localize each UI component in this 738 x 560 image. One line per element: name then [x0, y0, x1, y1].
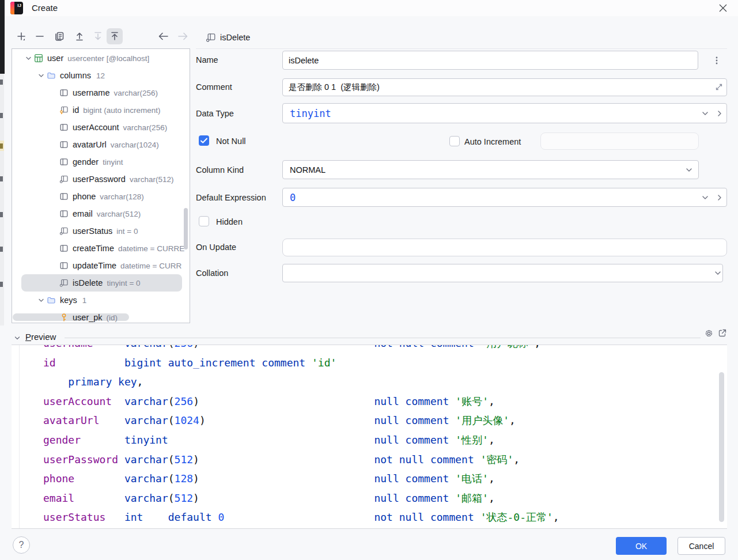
- close-icon[interactable]: [716, 2, 730, 14]
- help-button[interactable]: ?: [13, 536, 30, 554]
- tree-item-keys[interactable]: keys1: [21, 292, 182, 309]
- auto-increment-input[interactable]: [540, 133, 699, 150]
- tree-indent: [48, 175, 59, 184]
- tree-item-label: id: [73, 105, 79, 115]
- preview-code: username varchar(256) not null comment '…: [43, 345, 559, 527]
- chevron-down-icon[interactable]: [14, 334, 21, 344]
- default-expression-label: Default Expression: [196, 193, 266, 202]
- code-line: gender tinyint null comment '性别',: [43, 430, 559, 450]
- tree-item-createTime[interactable]: createTimedatetime = CURRE: [21, 240, 182, 257]
- chevron-right-icon[interactable]: [715, 193, 724, 202]
- tree-item-userStatus[interactable]: userStatusint = 0: [21, 222, 182, 240]
- preview-section-toggle[interactable]: Preview: [25, 332, 56, 342]
- tree-item-user_pk[interactable]: user_pk(id): [21, 309, 182, 323]
- tree-indent: [48, 192, 59, 201]
- key-icon: [59, 313, 69, 322]
- column-key-icon: [59, 105, 69, 115]
- tree-item-username[interactable]: usernamevarchar(256): [21, 84, 182, 101]
- auto-increment-checkbox[interactable]: [449, 136, 460, 146]
- cancel-button[interactable]: Cancel: [678, 537, 725, 555]
- tree-item-label: createTime: [73, 244, 114, 253]
- duplicate-button[interactable]: [51, 28, 67, 44]
- kebab-menu-icon[interactable]: [712, 56, 721, 65]
- column-kind-combo[interactable]: NORMAL: [282, 160, 699, 179]
- code-line: primary key,: [43, 372, 559, 392]
- name-input[interactable]: [282, 51, 698, 70]
- tree-item-id[interactable]: idbigint (auto increment): [21, 101, 182, 119]
- column-icon: [59, 88, 69, 97]
- tree-item-email[interactable]: emailvarchar(512): [21, 205, 182, 222]
- gutter-divider: [19, 345, 20, 528]
- tree-item-detail: varchar(1024): [111, 141, 159, 149]
- tree-vertical-scrollbar[interactable]: [184, 208, 188, 249]
- table-icon: [34, 54, 43, 63]
- tree-indent: [48, 209, 59, 218]
- default-expression-combo[interactable]: 0: [282, 188, 727, 207]
- data-type-combo[interactable]: tinyint: [282, 103, 727, 123]
- tree-item-count: 1: [82, 296, 87, 305]
- ok-button[interactable]: OK: [616, 537, 667, 555]
- move-up-button[interactable]: [71, 28, 88, 44]
- folder-icon: [47, 296, 56, 305]
- tree-item-isDelete[interactable]: isDeletetinyint = 0: [21, 274, 182, 292]
- tree-item-phone[interactable]: phonevarchar(128): [21, 188, 182, 205]
- tree-item-label: gender: [73, 157, 99, 167]
- chevron-down-icon[interactable]: [684, 165, 694, 175]
- gear-icon[interactable]: [704, 328, 714, 340]
- not-null-checkbox[interactable]: [199, 135, 209, 146]
- expand-editor-icon[interactable]: [714, 82, 724, 92]
- collation-combo[interactable]: [282, 264, 723, 282]
- column-dot-icon: [59, 175, 69, 184]
- code-line: userPassword varchar(512) not null comme…: [43, 450, 559, 470]
- tree-item-user[interactable]: userusercenter [@localhost]: [21, 50, 182, 67]
- tree-item-detail: (id): [107, 313, 118, 322]
- hidden-checkbox[interactable]: [199, 216, 209, 226]
- back-button[interactable]: [156, 28, 172, 44]
- move-down-button[interactable]: [90, 28, 106, 44]
- tree-item-label: userStatus: [73, 226, 112, 236]
- code-line: userStatus int default 0 not null commen…: [43, 508, 559, 527]
- code-line: id bigint auto_increment comment 'id': [43, 353, 559, 373]
- tree-item-label: userPassword: [73, 175, 126, 184]
- tree-item-detail: bigint (auto increment): [83, 106, 160, 115]
- tree-item-label: userAccount: [73, 123, 119, 132]
- on-update-input[interactable]: [282, 239, 727, 256]
- chevron-down-icon[interactable]: [713, 268, 722, 278]
- tree-item-userAccount[interactable]: userAccountvarchar(256): [21, 119, 182, 136]
- comment-input[interactable]: [282, 78, 727, 96]
- tree-item-updateTime[interactable]: updateTimedatetime = CURR: [21, 257, 182, 274]
- tree-item-columns[interactable]: columns12: [21, 67, 182, 84]
- chevron-right-icon[interactable]: [715, 109, 724, 118]
- column-dot-icon: [206, 32, 216, 45]
- chevron-down-icon[interactable]: [701, 193, 710, 202]
- open-in-window-icon[interactable]: [718, 328, 727, 340]
- column-icon: [59, 261, 69, 270]
- tree-item-label: email: [73, 209, 93, 218]
- chevron-down-icon[interactable]: [701, 109, 710, 118]
- add-button[interactable]: [13, 28, 29, 44]
- tree-item-gender[interactable]: gendertinyint: [21, 153, 182, 171]
- tree-item-label: keys: [60, 296, 77, 305]
- column-icon: [59, 157, 69, 167]
- preview-vertical-scrollbar[interactable]: [719, 372, 724, 522]
- name-label: Name: [196, 55, 218, 65]
- tree-item-detail: varchar(512): [130, 175, 174, 184]
- not-null-label: Not Null: [216, 137, 246, 146]
- move-to-top-button[interactable]: [107, 28, 123, 44]
- remove-button[interactable]: [32, 28, 48, 44]
- tree-item-userPassword[interactable]: userPasswordvarchar(512): [21, 171, 182, 188]
- tree-item-label: updateTime: [73, 261, 116, 270]
- forward-button[interactable]: [175, 28, 191, 44]
- tree-indent: [48, 226, 59, 236]
- tree-indent: [48, 88, 59, 97]
- backdrop-strip: [0, 0, 5, 74]
- sql-preview-panel: username varchar(256) not null comment '…: [12, 345, 727, 529]
- chevron-down-icon[interactable]: [35, 296, 47, 305]
- tree-item-label: avatarUrl: [73, 140, 107, 149]
- chevron-down-icon[interactable]: [22, 54, 34, 63]
- chevron-down-icon[interactable]: [35, 71, 47, 80]
- tree-indent: [48, 261, 59, 270]
- tree-item-avatarUrl[interactable]: avatarUrlvarchar(1024): [21, 136, 182, 153]
- tree-item-detail: int = 0: [116, 227, 138, 236]
- tree-indent: [48, 313, 59, 322]
